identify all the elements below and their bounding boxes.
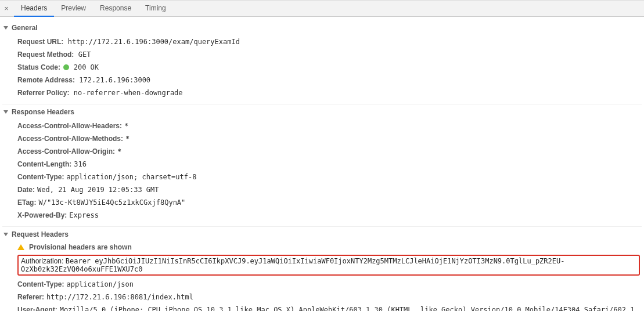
caret-down-icon — [3, 233, 8, 236]
request-method-row: Request Method: GET — [17, 48, 642, 61]
tabbar: × Headers Preview Response Timing — [0, 0, 644, 17]
status-code-row: Status Code: 200 OK — [17, 61, 642, 74]
referrer-policy-value: no-referrer-when-downgrade — [74, 89, 183, 97]
content-type-row: Content-Type:application/json; charset=u… — [17, 171, 642, 183]
section-response-headers-label: Response Headers — [12, 108, 74, 116]
x-powered-by-row: X-Powered-By:Express — [17, 209, 642, 222]
status-ok-icon — [63, 64, 69, 70]
req-content-type-row: Content-Type:application/json — [17, 278, 642, 291]
referrer-policy-row: Referrer Policy: no-referrer-when-downgr… — [17, 86, 642, 99]
authorization-highlight: Authorization: Bearer eyJhbGciOiJIUzI1Ni… — [17, 255, 640, 276]
remote-address-label: Remote Address: — [17, 76, 75, 84]
tab-preview[interactable]: Preview — [54, 1, 93, 17]
caret-down-icon — [3, 110, 8, 114]
authorization-label: Authorization: — [21, 257, 63, 265]
request-method-label: Request Method: — [17, 50, 74, 59]
response-headers-list: Access-Control-Allow-Headers:* Access-Co… — [2, 120, 642, 224]
authorization-value: Bearer eyJhbGciOiJIUzI1NiIsInR5cCI6IkpXV… — [21, 257, 564, 273]
acah-row: Access-Control-Allow-Headers:* — [17, 120, 642, 132]
remote-address-value: 172.21.6.196:3000 — [79, 76, 150, 84]
section-response-headers[interactable]: Response Headers — [2, 104, 642, 120]
headers-pane: General Request URL: http://172.21.6.196… — [0, 17, 644, 311]
tab-timing[interactable]: Timing — [138, 1, 173, 17]
general-list: Request URL: http://172.21.6.196:3000/ex… — [2, 35, 642, 102]
request-headers-list: Provisional headers are shown Authorizat… — [2, 242, 642, 311]
etag-row: ETag:W/"13c-Kt8WJY5iE4Qc5z1xkCGxjf8QynA" — [17, 196, 642, 209]
tab-response[interactable]: Response — [93, 1, 138, 17]
status-code-label: Status Code: — [17, 63, 60, 71]
section-general-label: General — [12, 24, 38, 32]
status-code-value: 200 OK — [74, 63, 99, 71]
caret-down-icon — [3, 26, 8, 30]
request-method-value: GET — [78, 50, 91, 59]
section-general[interactable]: General — [2, 20, 642, 35]
remote-address-row: Remote Address: 172.21.6.196:3000 — [17, 74, 642, 86]
referrer-policy-label: Referrer Policy: — [17, 89, 69, 97]
content-length-row: Content-Length:316 — [17, 158, 642, 171]
acao-row: Access-Control-Allow-Origin:* — [17, 145, 642, 158]
request-url-value: http://172.21.6.196:3000/exam/queryExamI… — [68, 38, 240, 46]
request-url-label: Request URL: — [17, 38, 63, 46]
provisional-warning-text: Provisional headers are shown — [29, 243, 132, 251]
section-request-headers[interactable]: Request Headers — [2, 226, 642, 242]
user-agent-row: User-Agent:Mozilla/5.0 (iPhone; CPU iPho… — [17, 303, 642, 311]
request-url-row: Request URL: http://172.21.6.196:3000/ex… — [17, 35, 642, 48]
section-request-headers-label: Request Headers — [12, 230, 69, 238]
acam-row: Access-Control-Allow-Methods:* — [17, 132, 642, 145]
referer-row: Referer:http://172.21.6.196:8081/index.h… — [17, 291, 642, 303]
warning-icon — [17, 244, 24, 250]
provisional-warning: Provisional headers are shown — [17, 242, 642, 254]
date-row: Date:Wed, 21 Aug 2019 12:05:33 GMT — [17, 183, 642, 196]
tab-headers[interactable]: Headers — [14, 1, 54, 17]
close-icon[interactable]: × — [2, 5, 10, 13]
